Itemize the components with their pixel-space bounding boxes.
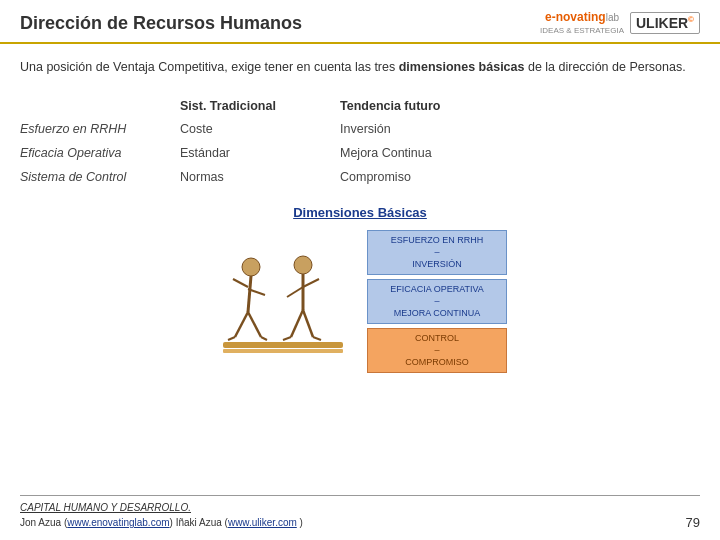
svg-line-5 [248, 312, 261, 337]
figure-area [213, 237, 353, 367]
table-cell-col1: Coste [180, 117, 340, 141]
footer-line2: Jon Azua (www.enovatinglab.com) Iñaki Az… [20, 515, 303, 530]
enovating-logo: e-novatinglab IDEAS & ESTRATEGIA [540, 10, 624, 36]
uliker-text: ULIKER [636, 15, 688, 31]
footer: CAPITAL HUMANO Y DESARROLLO. Jon Azua (w… [20, 495, 700, 530]
table-cell-col2: Mejora Continua [340, 141, 700, 165]
table-cell-label: Esfuerzo en RRHH [20, 117, 180, 141]
intro-paragraph: Una posición de Ventaja Competitiva, exi… [20, 58, 700, 77]
enovating-sub: lab [606, 12, 619, 23]
dimensiones-title: Dimensiones Básicas [293, 205, 427, 220]
page-number: 79 [686, 515, 700, 530]
table-cell-col1: Estándar [180, 141, 340, 165]
svg-line-1 [248, 276, 251, 312]
table-cell-label: Eficacia Operativa [20, 141, 180, 165]
footer-line1: CAPITAL HUMANO Y DESARROLLO. [20, 500, 303, 515]
table-cell-col2: Inversión [340, 117, 700, 141]
uliker-logo: ULIKER© [630, 12, 700, 34]
table-cell-col2: Compromiso [340, 165, 700, 189]
page-title: Dirección de Recursos Humanos [20, 13, 302, 34]
footer-prefix: Jon Azua ( [20, 517, 67, 528]
footer-suffix: ) [297, 517, 303, 528]
table-row: Esfuerzo en RRHH Coste Inversión [20, 117, 700, 141]
figure-svg [213, 237, 353, 367]
table-cell-label: Sistema de Control [20, 165, 180, 189]
svg-line-2 [233, 279, 248, 287]
diagram-box: CONTROL–COMPROMISO [367, 328, 507, 373]
svg-point-0 [242, 258, 260, 276]
svg-line-13 [303, 310, 313, 337]
svg-line-4 [235, 312, 248, 337]
svg-point-8 [294, 256, 312, 274]
svg-line-15 [313, 337, 321, 340]
main-content: Una posición de Ventaja Competitiva, exi… [0, 44, 720, 383]
intro-text-before: Una posición de Ventaja Competitiva, exi… [20, 60, 399, 74]
figure-and-diagram: ESFUERZO EN RRHH–INVERSIÓNEFICACIA OPERA… [213, 230, 507, 373]
svg-line-12 [291, 310, 303, 337]
table-col-futuro: Tendencia futuro [340, 95, 700, 117]
dimensiones-section: Dimensiones Básicas [20, 205, 700, 373]
page-container: Dirección de Recursos Humanos e-novating… [0, 0, 720, 540]
intro-text-after: de la dirección de Personas. [524, 60, 685, 74]
footer-text: CAPITAL HUMANO Y DESARROLLO. Jon Azua (w… [20, 500, 303, 530]
header: Dirección de Recursos Humanos e-novating… [0, 0, 720, 44]
svg-line-6 [228, 337, 235, 340]
table-col-tradicional: Sist. Tradicional [180, 95, 340, 117]
table-cell-col1: Normas [180, 165, 340, 189]
main-body: Dimensiones Básicas [20, 205, 700, 373]
footer-mid: ) Iñaki Azua ( [170, 517, 228, 528]
table-row: Eficacia Operativa Estándar Mejora Conti… [20, 141, 700, 165]
dimensions-table: Sist. Tradicional Tendencia futuro Esfue… [20, 95, 700, 189]
diagram-box: ESFUERZO EN RRHH–INVERSIÓN [367, 230, 507, 275]
svg-rect-16 [223, 342, 343, 348]
footer-link1[interactable]: www.enovatinglab.com [67, 517, 169, 528]
table-col-spacer [20, 95, 180, 117]
enovating-brand: e-novating [545, 10, 606, 24]
svg-rect-17 [223, 349, 343, 353]
svg-line-11 [303, 279, 319, 287]
diagram-box: EFICACIA OPERATIVA–MEJORA CONTINUA [367, 279, 507, 324]
svg-line-10 [287, 287, 303, 297]
enovating-tagline: IDEAS & ESTRATEGIA [540, 26, 624, 35]
svg-line-7 [261, 337, 267, 340]
header-logos: e-novatinglab IDEAS & ESTRATEGIA ULIKER© [540, 10, 700, 36]
footer-link2[interactable]: www.uliker.com [228, 517, 297, 528]
intro-bold-text: dimensiones básicas [399, 60, 525, 74]
table-row: Sistema de Control Normas Compromiso [20, 165, 700, 189]
diagram-boxes: ESFUERZO EN RRHH–INVERSIÓNEFICACIA OPERA… [367, 230, 507, 373]
svg-line-14 [283, 337, 291, 340]
